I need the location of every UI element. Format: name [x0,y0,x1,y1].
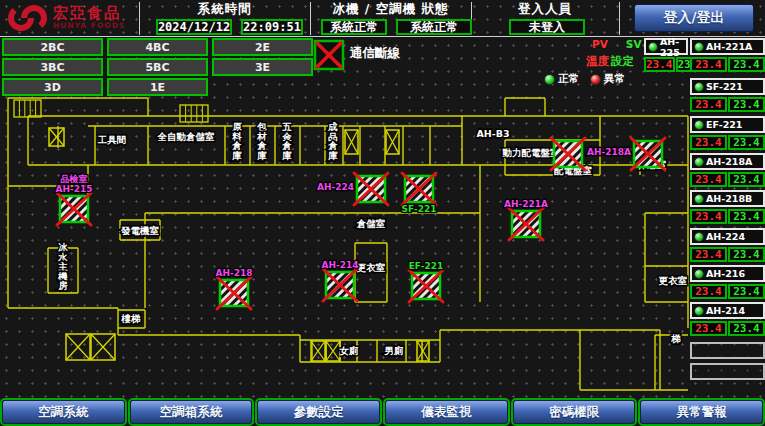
pv-value: 23.4 [690,247,727,262]
unit-values-AH-218A: 23.423.4 [690,172,765,187]
login-logout-button[interactable]: 登入/登出 [634,4,754,32]
unit-SF-221[interactable]: SF-221 [690,78,765,95]
unit-status-lamp-icon [694,82,704,92]
unit-AH-214[interactable]: AH-214 [690,302,765,319]
sv-value: 23.4 [728,321,765,336]
equipment-AH-215[interactable]: 品檢室AH-215 [55,174,92,225]
unit-AH-225[interactable]: AH-225 [644,38,688,55]
unit-values-EF-221: 23.423.4 [690,135,765,150]
unit-status-lamp-icon [694,42,704,52]
unit-label: AH-221A [706,41,752,52]
shaft-x-icon [311,341,325,361]
sv-label: SV [626,38,642,50]
zone-button-5bc[interactable]: 5BC [107,58,208,76]
zone-button-3e[interactable]: 3E [212,58,313,76]
room-label: 包材倉庫 [256,121,267,161]
abnormal-label: 異常 [604,72,625,86]
nav-button-密碼權限[interactable]: 密碼權限 [513,400,636,424]
equipment-AH-214[interactable]: AH-214 [321,260,358,301]
unit-EF-221[interactable]: EF-221 [690,116,765,133]
equipment-AH-221A[interactable]: AH-221A [504,199,548,240]
unit-values-AH-221A: 23.423.4 [690,57,765,72]
hunya-logo-icon [6,2,48,34]
chiller-status: 系統正常 [321,19,387,35]
pv-value: 23.4 [690,284,727,299]
header: 宏亞食品 HUNYA FOODS 系統時間 2024/12/12 22:09:5… [0,0,765,36]
comm-loss-legend: 通信斷線 [313,39,400,71]
unit-AH-224[interactable]: AH-224 [690,228,765,245]
zone-button-2bc[interactable]: 2BC [2,38,103,56]
zone-button-2e[interactable]: 2E [212,38,313,56]
shaft-x-icon [345,130,358,154]
nav-button-空調系統[interactable]: 空調系統 [2,400,125,424]
sv-value: 23.4 [728,97,765,112]
equipment-AH-224[interactable]: AH-224 [317,173,388,205]
unit-AH-218B[interactable]: AH-218B [690,190,765,207]
equipment-label: EF-221 [409,261,444,271]
unit-label: AH-224 [706,231,745,242]
nav-button-參數設定[interactable]: 參數設定 [257,400,380,424]
pv-value: 23.4 [690,209,727,224]
unit-status-lamp-icon [694,232,704,242]
equipment-label: AH-214 [321,260,358,270]
equipment-AH-218[interactable]: AH-218 [215,268,252,309]
footer-nav: 空調系統空調箱系統參數設定儀表監視密碼權限異常警報 [0,398,765,426]
temp-label: 溫度 [586,54,609,69]
unit-label: EF-221 [706,119,742,130]
pv-value: 23.4 [644,57,675,72]
nav-button-異常警報[interactable]: 異常警報 [640,400,763,424]
pv-value: 23.4 [690,57,727,72]
nav-button-空調箱系統[interactable]: 空調箱系統 [130,400,253,424]
normal-legend: 正常 [544,72,579,86]
room-label: 梯 [670,333,681,344]
unit-values-AH-224: 23.423.4 [690,247,765,262]
brand-logo: 宏亞食品 HUNYA FOODS [6,2,125,34]
hmi-screen: 宏亞食品 HUNYA FOODS 系統時間 2024/12/12 22:09:5… [0,0,765,426]
room-label: 男廁 [384,345,405,356]
room-label: 發電機室 [120,225,160,236]
panel-empty-slot [690,342,765,359]
unit-values-AH-214: 23.423.4 [690,321,765,336]
normal-label: 正常 [558,72,579,86]
zone-button-4bc[interactable]: 4BC [107,38,208,56]
sv-value: 23.4 [728,135,765,150]
comm-loss-icon [313,39,345,71]
equipment-label: AH-224 [317,182,354,192]
abnormal-lamp-icon [590,74,601,85]
sv-value: 23.4 [728,209,765,224]
shaft-x-icon [66,334,90,360]
system-time-label: 系統時間 [139,2,310,17]
stairs-icon [180,105,208,122]
ahu-status: 系統正常 [396,19,472,35]
temp-set-legend: 溫度 設定 [586,54,634,69]
normal-lamp-icon [544,74,555,85]
unit-AH-221A[interactable]: AH-221A [690,38,765,55]
sv-value: 23.4 [728,284,765,299]
sv-value: 23.4 [728,172,765,187]
equipment-label: AH-218A [587,147,631,157]
room-label: 倉儲室 [356,218,386,229]
floor-plan-map: 工具間全自動倉儲室原料倉庫包材倉庫五金倉庫成品倉庫AH-B3動力配電盤室配電盤室… [0,88,765,398]
pv-sv-legend: PV SV [592,38,642,50]
room-label: 更衣室 [357,262,386,273]
pv-value: 23.4 [690,135,727,150]
nav-button-儀表監視[interactable]: 儀表監視 [385,400,508,424]
equipment-SF-221[interactable]: SF-221 [402,173,437,214]
sv-value: 23.4 [728,247,765,262]
system-time-value: 22:09:51 [241,19,303,35]
unit-status-lamp-icon [694,120,704,130]
unit-AH-218A[interactable]: AH-218A [690,153,765,170]
equipment-EF-221[interactable]: EF-221 [409,261,444,302]
unit-values-AH-218B: 23.423.4 [690,209,765,224]
unit-AH-216[interactable]: AH-216 [690,265,765,282]
room-label: 全自動倉儲室 [157,131,216,142]
unit-values-AH-225: 23.423.4 [644,57,688,72]
zone-button-3bc[interactable]: 3BC [2,58,103,76]
login-status: 未登入 [509,19,585,35]
stairs-icon [14,100,41,117]
room-label: 原料倉庫 [231,121,242,161]
equipment-label: 品檢室 [61,174,88,184]
room-label: 更衣室 [659,275,688,286]
pv-label: PV [592,38,608,50]
unit-status-lamp-icon [648,42,658,52]
